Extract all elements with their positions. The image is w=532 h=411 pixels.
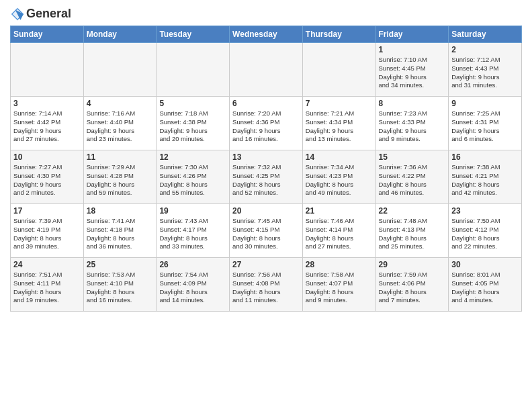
calendar-cell: 13Sunrise: 7:32 AM Sunset: 4:25 PM Dayli… bbox=[230, 150, 303, 204]
day-info: Sunrise: 7:56 AM Sunset: 4:08 PM Dayligh… bbox=[232, 271, 300, 305]
day-info: Sunrise: 7:23 AM Sunset: 4:33 PM Dayligh… bbox=[379, 109, 446, 144]
calendar-cell: 11Sunrise: 7:29 AM Sunset: 4:28 PM Dayli… bbox=[83, 150, 157, 204]
calendar-cell: 10Sunrise: 7:27 AM Sunset: 4:30 PM Dayli… bbox=[11, 150, 84, 204]
day-info: Sunrise: 7:45 AM Sunset: 4:15 PM Dayligh… bbox=[232, 217, 300, 251]
day-info: Sunrise: 7:29 AM Sunset: 4:28 PM Dayligh… bbox=[87, 163, 154, 197]
calendar-cell: 23Sunrise: 7:50 AM Sunset: 4:12 PM Dayli… bbox=[449, 204, 522, 258]
weekday-header-monday: Monday bbox=[83, 26, 157, 43]
calendar-body: 1Sunrise: 7:10 AM Sunset: 4:45 PM Daylig… bbox=[11, 43, 522, 312]
day-number: 13 bbox=[232, 152, 300, 162]
weekday-header-thursday: Thursday bbox=[302, 26, 375, 43]
calendar-cell: 26Sunrise: 7:54 AM Sunset: 4:09 PM Dayli… bbox=[157, 258, 230, 312]
calendar-cell: 7Sunrise: 7:21 AM Sunset: 4:34 PM Daylig… bbox=[302, 97, 375, 150]
day-number: 20 bbox=[232, 206, 300, 216]
day-number: 27 bbox=[232, 260, 300, 269]
calendar-cell: 21Sunrise: 7:46 AM Sunset: 4:14 PM Dayli… bbox=[302, 204, 375, 258]
day-number: 8 bbox=[379, 99, 446, 108]
day-number: 14 bbox=[306, 152, 373, 162]
weekday-header-tuesday: Tuesday bbox=[157, 26, 230, 43]
day-info: Sunrise: 7:50 AM Sunset: 4:12 PM Dayligh… bbox=[451, 217, 519, 251]
day-info: Sunrise: 7:34 AM Sunset: 4:23 PM Dayligh… bbox=[306, 163, 373, 197]
calendar-cell: 18Sunrise: 7:41 AM Sunset: 4:18 PM Dayli… bbox=[83, 204, 157, 258]
day-number: 10 bbox=[13, 152, 81, 162]
day-number: 15 bbox=[379, 152, 446, 162]
calendar-cell: 4Sunrise: 7:16 AM Sunset: 4:40 PM Daylig… bbox=[83, 97, 157, 150]
weekday-header-wednesday: Wednesday bbox=[230, 26, 303, 43]
day-info: Sunrise: 7:18 AM Sunset: 4:38 PM Dayligh… bbox=[159, 109, 226, 144]
day-number: 29 bbox=[379, 260, 446, 269]
calendar-cell: 3Sunrise: 7:14 AM Sunset: 4:42 PM Daylig… bbox=[11, 97, 84, 150]
day-info: Sunrise: 7:10 AM Sunset: 4:45 PM Dayligh… bbox=[379, 56, 446, 90]
calendar-cell: 5Sunrise: 7:18 AM Sunset: 4:38 PM Daylig… bbox=[157, 97, 230, 150]
day-number: 28 bbox=[306, 260, 373, 269]
day-info: Sunrise: 7:16 AM Sunset: 4:40 PM Dayligh… bbox=[87, 109, 154, 144]
day-info: Sunrise: 7:12 AM Sunset: 4:43 PM Dayligh… bbox=[451, 56, 519, 90]
day-number: 4 bbox=[87, 99, 154, 108]
weekday-header-friday: Friday bbox=[375, 26, 449, 43]
calendar-cell: 25Sunrise: 7:53 AM Sunset: 4:10 PM Dayli… bbox=[83, 258, 157, 312]
day-info: Sunrise: 7:21 AM Sunset: 4:34 PM Dayligh… bbox=[306, 109, 373, 144]
calendar-cell bbox=[302, 43, 375, 97]
day-number: 22 bbox=[379, 206, 446, 216]
calendar-week-4: 17Sunrise: 7:39 AM Sunset: 4:19 PM Dayli… bbox=[11, 204, 522, 258]
calendar-cell bbox=[11, 43, 84, 97]
day-info: Sunrise: 7:53 AM Sunset: 4:10 PM Dayligh… bbox=[87, 271, 154, 305]
calendar-cell: 15Sunrise: 7:36 AM Sunset: 4:22 PM Dayli… bbox=[375, 150, 449, 204]
day-number: 9 bbox=[451, 99, 519, 108]
day-info: Sunrise: 7:59 AM Sunset: 4:06 PM Dayligh… bbox=[379, 271, 446, 305]
calendar-cell: 1Sunrise: 7:10 AM Sunset: 4:45 PM Daylig… bbox=[375, 43, 449, 97]
day-info: Sunrise: 7:54 AM Sunset: 4:09 PM Dayligh… bbox=[159, 271, 226, 305]
calendar-week-1: 1Sunrise: 7:10 AM Sunset: 4:45 PM Daylig… bbox=[11, 43, 522, 97]
calendar-week-5: 24Sunrise: 7:51 AM Sunset: 4:11 PM Dayli… bbox=[11, 258, 522, 312]
calendar-cell bbox=[230, 43, 303, 97]
calendar-cell: 2Sunrise: 7:12 AM Sunset: 4:43 PM Daylig… bbox=[449, 43, 522, 97]
calendar-cell: 16Sunrise: 7:38 AM Sunset: 4:21 PM Dayli… bbox=[449, 150, 522, 204]
day-info: Sunrise: 7:46 AM Sunset: 4:14 PM Dayligh… bbox=[306, 217, 373, 251]
header: General bbox=[10, 7, 522, 21]
calendar-cell: 20Sunrise: 7:45 AM Sunset: 4:15 PM Dayli… bbox=[230, 204, 303, 258]
day-info: Sunrise: 7:58 AM Sunset: 4:07 PM Dayligh… bbox=[306, 271, 373, 305]
day-info: Sunrise: 8:01 AM Sunset: 4:05 PM Dayligh… bbox=[451, 271, 519, 305]
day-number: 18 bbox=[87, 206, 154, 216]
logo-text: General bbox=[26, 7, 71, 21]
day-number: 2 bbox=[451, 45, 519, 54]
main-container: General SundayMondayTuesdayWednesdayThur… bbox=[0, 0, 532, 318]
day-info: Sunrise: 7:39 AM Sunset: 4:19 PM Dayligh… bbox=[13, 217, 81, 251]
day-info: Sunrise: 7:48 AM Sunset: 4:13 PM Dayligh… bbox=[379, 217, 446, 251]
calendar-cell: 29Sunrise: 7:59 AM Sunset: 4:06 PM Dayli… bbox=[375, 258, 449, 312]
day-number: 11 bbox=[87, 152, 154, 162]
day-info: Sunrise: 7:25 AM Sunset: 4:31 PM Dayligh… bbox=[451, 109, 519, 144]
calendar-cell: 30Sunrise: 8:01 AM Sunset: 4:05 PM Dayli… bbox=[449, 258, 522, 312]
day-info: Sunrise: 7:20 AM Sunset: 4:36 PM Dayligh… bbox=[232, 109, 300, 144]
day-number: 23 bbox=[451, 206, 519, 216]
day-info: Sunrise: 7:27 AM Sunset: 4:30 PM Dayligh… bbox=[13, 163, 81, 197]
logo-icon bbox=[10, 7, 25, 21]
calendar-cell: 14Sunrise: 7:34 AM Sunset: 4:23 PM Dayli… bbox=[302, 150, 375, 204]
day-info: Sunrise: 7:51 AM Sunset: 4:11 PM Dayligh… bbox=[13, 271, 81, 305]
calendar-cell bbox=[157, 43, 230, 97]
calendar-cell: 12Sunrise: 7:30 AM Sunset: 4:26 PM Dayli… bbox=[157, 150, 230, 204]
calendar-cell: 28Sunrise: 7:58 AM Sunset: 4:07 PM Dayli… bbox=[302, 258, 375, 312]
day-number: 30 bbox=[451, 260, 519, 269]
weekday-header-sunday: Sunday bbox=[11, 26, 84, 43]
logo: General bbox=[10, 7, 71, 21]
day-info: Sunrise: 7:32 AM Sunset: 4:25 PM Dayligh… bbox=[232, 163, 300, 197]
day-number: 1 bbox=[379, 45, 446, 54]
day-info: Sunrise: 7:36 AM Sunset: 4:22 PM Dayligh… bbox=[379, 163, 446, 197]
calendar-cell bbox=[83, 43, 157, 97]
day-number: 3 bbox=[13, 99, 81, 108]
day-number: 24 bbox=[13, 260, 81, 269]
day-info: Sunrise: 7:43 AM Sunset: 4:17 PM Dayligh… bbox=[159, 217, 226, 251]
calendar-week-3: 10Sunrise: 7:27 AM Sunset: 4:30 PM Dayli… bbox=[11, 150, 522, 204]
calendar-cell: 6Sunrise: 7:20 AM Sunset: 4:36 PM Daylig… bbox=[230, 97, 303, 150]
calendar-week-2: 3Sunrise: 7:14 AM Sunset: 4:42 PM Daylig… bbox=[11, 97, 522, 150]
day-info: Sunrise: 7:30 AM Sunset: 4:26 PM Dayligh… bbox=[159, 163, 226, 197]
calendar-cell: 19Sunrise: 7:43 AM Sunset: 4:17 PM Dayli… bbox=[157, 204, 230, 258]
calendar-table: SundayMondayTuesdayWednesdayThursdayFrid… bbox=[10, 26, 522, 312]
day-number: 16 bbox=[451, 152, 519, 162]
day-info: Sunrise: 7:41 AM Sunset: 4:18 PM Dayligh… bbox=[87, 217, 154, 251]
day-number: 12 bbox=[159, 152, 226, 162]
day-number: 17 bbox=[13, 206, 81, 216]
calendar-cell: 24Sunrise: 7:51 AM Sunset: 4:11 PM Dayli… bbox=[11, 258, 84, 312]
day-info: Sunrise: 7:14 AM Sunset: 4:42 PM Dayligh… bbox=[13, 109, 81, 144]
